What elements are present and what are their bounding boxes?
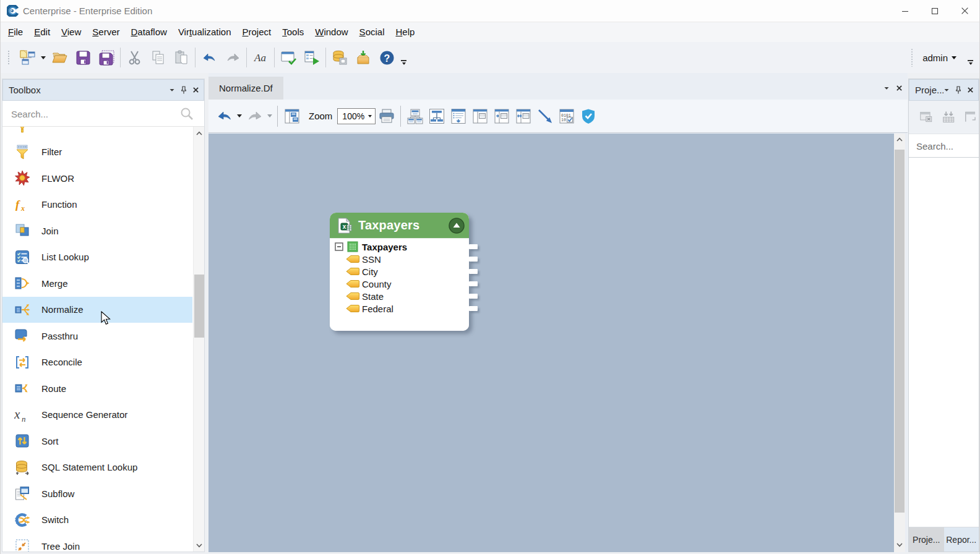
node-field-row-city[interactable]: City [330, 265, 469, 278]
menu-item-file[interactable]: File [2, 22, 28, 42]
menu-item-view[interactable]: View [56, 22, 87, 42]
new-button[interactable] [15, 46, 39, 69]
verify-window-button[interactable] [277, 46, 300, 69]
user-toolbar-grip[interactable] [911, 48, 914, 67]
run-dataflow-button[interactable] [300, 46, 324, 69]
pin-icon[interactable] [180, 86, 187, 95]
title-bar[interactable]: Centerprise - Enterprise Edition [1, 0, 979, 22]
zoom-combobox[interactable]: 100% [337, 108, 376, 124]
database-paste-button[interactable] [328, 46, 351, 69]
toolbox-header[interactable]: Toolbox [2, 79, 204, 101]
copy-button[interactable] [146, 46, 170, 69]
project-search-input[interactable] [915, 137, 974, 155]
toolbox-item-sequence-generator[interactable]: Sequence Generator [2, 402, 192, 428]
redo-button[interactable] [221, 46, 244, 69]
toolbar-overflow-button[interactable] [401, 60, 406, 65]
toolbox-search-input[interactable] [10, 104, 171, 123]
toolbox-item-switch[interactable]: Switch [2, 507, 192, 534]
preview-data-button[interactable] [556, 104, 577, 128]
menu-item-project[interactable]: Project [237, 22, 277, 42]
toolbar-grip[interactable] [7, 49, 11, 66]
expand-node-button[interactable] [491, 104, 512, 128]
collapse-expander-icon[interactable] [335, 242, 343, 251]
close-icon[interactable] [192, 87, 199, 93]
toolbox-scrollbar[interactable] [193, 127, 204, 552]
toolbox-item-list-lookup[interactable]: List Lookup [2, 244, 192, 271]
toolbox-item-route[interactable]: Route [2, 375, 192, 402]
window-icon[interactable] [965, 109, 979, 125]
toolbox-item-normalize[interactable]: Normalize [2, 297, 192, 323]
output-port[interactable] [469, 269, 478, 274]
panel-tab-proje[interactable]: Proje... [909, 527, 944, 552]
menu-item-window[interactable]: Window [309, 22, 353, 42]
menu-item-tools[interactable]: Tools [277, 22, 309, 42]
toolbox-item-merge[interactable]: Merge [2, 270, 192, 297]
output-port[interactable] [469, 294, 478, 299]
undo-button[interactable] [213, 104, 235, 128]
node-root-row[interactable]: Taxpayers [330, 241, 469, 253]
cut-button[interactable] [123, 46, 146, 69]
toolbox-item-flwor[interactable]: FLWOR [2, 165, 192, 192]
undo-button[interactable] [197, 46, 221, 69]
get-latest-icon[interactable] [942, 109, 956, 125]
import-button[interactable] [351, 46, 375, 69]
toolbox-item-filter[interactable]: Filter [2, 139, 192, 166]
toolbox-item-reconcile[interactable]: Reconcile [2, 349, 192, 376]
redo-dropdown-button[interactable] [265, 104, 274, 128]
node-field-row-state[interactable]: State [330, 290, 469, 302]
close-icon[interactable] [967, 87, 974, 93]
menu-item-server[interactable]: Server [87, 22, 125, 42]
active-files-icon[interactable] [883, 85, 890, 92]
auto-layout-button[interactable] [281, 104, 303, 128]
org-chart-layout-button[interactable] [404, 104, 426, 128]
toolbox-item-join[interactable]: Join [2, 218, 192, 244]
node-header[interactable]: Taxpayers [330, 213, 469, 239]
minimize-button[interactable] [890, 0, 920, 22]
menu-item-virtualization[interactable]: Virtualization [173, 22, 237, 42]
open-button[interactable] [48, 46, 71, 69]
pin-icon[interactable] [955, 86, 962, 95]
toolbox-item-partial[interactable] [2, 127, 192, 139]
node-field-row-ssn[interactable]: SSN [330, 253, 469, 265]
taxpayers-node[interactable]: Taxpayers TaxpayersSSNCityCountyStateFed… [330, 213, 469, 331]
close-document-icon[interactable] [896, 85, 903, 92]
window-position-icon[interactable] [943, 87, 950, 93]
panel-tab-repor[interactable]: Repor... [944, 527, 979, 552]
toolbox-item-sql-statement-lookup[interactable]: SQL Statement Lookup [2, 454, 192, 481]
help-button[interactable] [375, 46, 398, 69]
toolbox-item-function[interactable]: Function [2, 192, 192, 218]
redo-button[interactable] [244, 104, 265, 128]
dataflow-canvas[interactable]: Taxpayers TaxpayersSSNCityCountyStateFed… [208, 134, 894, 552]
node-field-row-county[interactable]: County [330, 278, 469, 290]
save-button[interactable] [71, 46, 95, 69]
user-menu[interactable]: admin [922, 53, 956, 63]
draw-link-button[interactable] [534, 104, 556, 128]
remove-window-icon[interactable] [919, 109, 934, 125]
menu-item-help[interactable]: Help [390, 22, 420, 42]
toolbox-item-passthru[interactable]: Passthru [2, 323, 192, 349]
maximize-button[interactable] [920, 0, 950, 22]
print-button[interactable] [376, 104, 397, 128]
menu-item-edit[interactable]: Edit [28, 22, 56, 42]
font-button[interactable] [249, 46, 272, 69]
output-port[interactable] [469, 244, 478, 249]
window-position-icon[interactable] [169, 87, 175, 93]
tree-layout-button[interactable] [426, 104, 447, 128]
scrollbar-thumb[interactable] [895, 150, 905, 513]
zoom-dropdown-button[interactable] [364, 109, 375, 124]
menu-item-social[interactable]: Social [354, 22, 390, 42]
new-dropdown-button[interactable] [39, 46, 48, 69]
show-ports-button[interactable] [469, 104, 491, 128]
close-button[interactable] [950, 0, 979, 22]
resize-node-button[interactable] [512, 104, 534, 128]
verify-dataflow-button[interactable] [577, 104, 599, 128]
list-expand-button[interactable] [447, 104, 469, 128]
document-tab[interactable]: Normalize.Df [208, 77, 283, 100]
toolbar-options-button[interactable] [968, 60, 973, 65]
toolbox-item-subflow[interactable]: Subflow [2, 480, 192, 507]
toolbox-item-tree-join[interactable]: Tree Join [2, 533, 192, 552]
paste-button[interactable] [170, 46, 193, 69]
scroll-down-button[interactable] [896, 540, 903, 551]
scroll-up-button[interactable] [194, 127, 205, 140]
output-port[interactable] [469, 257, 478, 262]
